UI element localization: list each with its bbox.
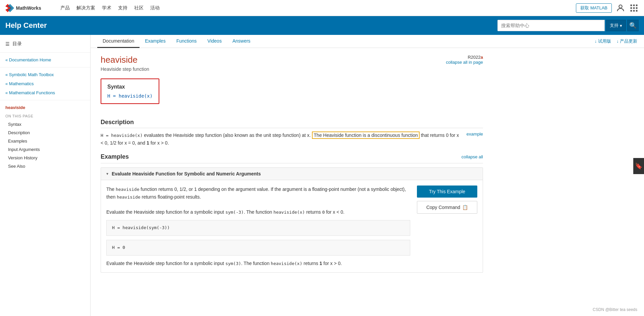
main-layout: ☰ 目录 « Documentation Home « Symbolic Mat… [0, 35, 644, 316]
examples-header: Examples collapse all [101, 153, 483, 163]
examples-heading: Examples [101, 153, 129, 160]
svg-rect-8 [633, 7, 635, 9]
sidebar-link-see-also[interactable]: See Also [0, 162, 90, 170]
example-1-output1: H = 0 [106, 240, 410, 256]
update-link[interactable]: ↓ 产品更新 [616, 38, 637, 44]
tab-videos[interactable]: Videos [202, 35, 227, 48]
example-1-actions: Try This Example Copy Command 📋 [417, 186, 477, 267]
sidebar-breadcrumb-home[interactable]: « Documentation Home [0, 55, 90, 64]
sidebar-active-heaviside: heaviside [0, 103, 90, 112]
nav-events[interactable]: 活动 [150, 5, 160, 11]
example-1-title: Evaluate Heaviside Function for Symbolic… [112, 171, 261, 176]
example-1-text2: Evaluate the Heaviside step function for… [106, 208, 410, 216]
example-link[interactable]: example [467, 131, 483, 137]
syntax-code: H = heaviside(x) [107, 93, 153, 99]
description-section: Description H = heaviside(x) evaluates t… [101, 119, 483, 147]
page-title: heaviside [101, 55, 483, 65]
tab-functions[interactable]: Functions [171, 35, 202, 48]
sidebar-breadcrumb-mathfunc[interactable]: « Mathematical Functions [0, 88, 90, 97]
example-1-text1: The heaviside function returns 0, 1/2, o… [106, 186, 410, 201]
page-header: R2022a collapse all in page heaviside He… [101, 55, 483, 72]
tab-right-actions: ↓ 试用版 ↓ 产品更新 [595, 38, 637, 44]
example-1-code1: H = heaviside(sym(-3)) [106, 220, 410, 236]
sidebar-link-syntax[interactable]: Syntax [0, 120, 90, 128]
search-input[interactable] [497, 20, 605, 31]
get-matlab-button[interactable]: 获取 MATLAB [576, 3, 612, 13]
version-meta: R2022a collapse all in page [446, 55, 483, 65]
sidebar-breadcrumb-toolbox[interactable]: « Symbolic Math Toolbox [0, 70, 90, 79]
collapse-all-examples[interactable]: collapse all [462, 154, 483, 159]
sidebar-menu-label: 目录 [12, 41, 22, 47]
svg-rect-10 [631, 10, 632, 11]
copy-icon: 📋 [462, 205, 468, 210]
copy-command-label: Copy Command [426, 205, 460, 210]
sidebar-section-label: ON THIS PAGE [0, 112, 90, 120]
sidebar-breadcrumb-math[interactable]: « Mathematics [0, 79, 90, 88]
tab-answers[interactable]: Answers [227, 35, 256, 48]
search-button[interactable]: 🔍 [627, 20, 639, 31]
nav-products[interactable]: 产品 [60, 5, 70, 11]
svg-rect-5 [633, 4, 635, 6]
help-center-title: Help Center [5, 21, 497, 30]
grid-icon[interactable] [629, 3, 639, 13]
svg-rect-4 [631, 4, 632, 6]
try-example-button[interactable]: Try This Example [417, 186, 477, 198]
description-main: H = heaviside(x) evaluates the Heaviside… [101, 133, 459, 146]
svg-rect-12 [636, 10, 638, 11]
sidebar-link-input-args[interactable]: Input Arguments [0, 145, 90, 154]
help-center-header: Help Center 支持 ▾ 🔍 [0, 16, 644, 35]
top-nav-right: 获取 MATLAB [576, 3, 639, 13]
sidebar: ☰ 目录 « Documentation Home « Symbolic Mat… [0, 35, 91, 316]
svg-rect-11 [633, 10, 635, 11]
svg-point-3 [619, 5, 622, 8]
example-1-text: The heaviside function returns 0, 1/2, o… [106, 186, 410, 267]
example-1-header[interactable]: ▾ Evaluate Heaviside Function for Symbol… [101, 168, 483, 180]
tab-documentation[interactable]: Documentation [97, 35, 140, 48]
support-dropdown[interactable]: 支持 ▾ [606, 20, 626, 31]
top-nav-links: 产品 解决方案 学术 支持 社区 活动 [60, 5, 576, 11]
svg-rect-7 [631, 7, 632, 9]
mathworks-logo[interactable]: MathWorks [5, 3, 52, 13]
example-1-body: The heaviside function returns 0, 1/2, o… [101, 180, 483, 272]
collapse-all-link[interactable]: collapse all in page [446, 60, 483, 65]
description-highlight: The Heaviside function is a discontinuou… [312, 131, 420, 139]
version-badge: R2022a [468, 55, 483, 60]
example-1-text3: Evaluate the Heaviside step function for… [106, 260, 410, 267]
top-navbar: MathWorks 产品 解决方案 学术 支持 社区 活动 获取 MATLAB [0, 0, 644, 16]
nav-support[interactable]: 支持 [118, 5, 127, 11]
sidebar-link-version-history[interactable]: Version History [0, 154, 90, 162]
page-subtitle: Heaviside step function [101, 66, 483, 72]
chevron-down-icon: ▾ [106, 171, 108, 176]
trial-link[interactable]: ↓ 试用版 [595, 38, 611, 44]
nav-solutions[interactable]: 解决方案 [76, 5, 95, 11]
example-1-subsection: ▾ Evaluate Heaviside Function for Symbol… [101, 167, 483, 273]
tab-examples[interactable]: Examples [140, 35, 171, 48]
svg-rect-9 [636, 7, 638, 9]
sidebar-link-examples[interactable]: Examples [0, 137, 90, 145]
nav-community[interactable]: 社区 [134, 5, 144, 11]
description-row: H = heaviside(x) evaluates the Heaviside… [101, 131, 483, 147]
examples-section: Examples collapse all ▾ Evaluate Heavisi… [101, 153, 483, 273]
csdn-watermark: CSDN @Bitter tea seeds [593, 307, 637, 312]
search-bar: 支持 ▾ 🔍 [497, 20, 639, 31]
svg-rect-6 [636, 4, 638, 6]
description-heading: Description [101, 119, 483, 128]
svg-text:MathWorks: MathWorks [16, 5, 41, 11]
syntax-heading: Syntax [107, 84, 153, 90]
user-icon[interactable] [616, 3, 625, 13]
syntax-box: Syntax H = heaviside(x) [101, 78, 159, 104]
sidebar-menu-toggle[interactable]: ☰ 目录 [0, 38, 90, 50]
sidebar-link-description[interactable]: Description [0, 128, 90, 137]
content-area: Documentation Examples Functions Videos … [91, 35, 644, 316]
tab-bar: Documentation Examples Functions Videos … [91, 35, 644, 48]
sticky-side-icon[interactable]: 🔖 [633, 158, 644, 174]
description-code: H = heaviside(x) [101, 133, 143, 138]
copy-command-button[interactable]: Copy Command 📋 [417, 201, 477, 214]
page-content: R2022a collapse all in page heaviside He… [91, 48, 493, 285]
nav-academia[interactable]: 学术 [102, 5, 111, 11]
